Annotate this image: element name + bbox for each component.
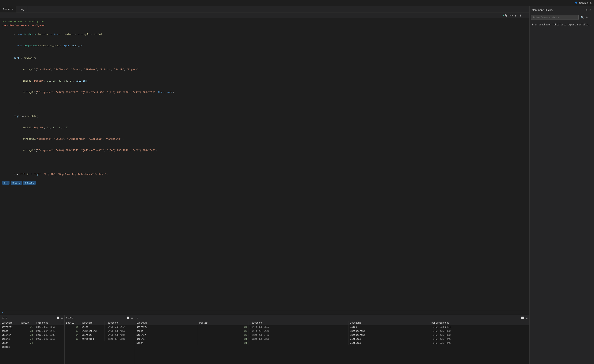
table-row[interactable]: Jones 33 (917) 234-2145 <box>0 329 64 333</box>
console-area: Console Log ◆ Python ▶ ⬇ ⋮ > # New Syste… <box>0 6 529 364</box>
code-imports2: from deephaven.conversion_utils import N… <box>2 40 527 52</box>
tab-log[interactable]: Log <box>17 6 27 13</box>
col-depttelephone-t[interactable]: DeptTelephone <box>430 321 529 325</box>
table-row[interactable]: Rogers <box>0 345 64 349</box>
table-t-scroll[interactable]: LastName DeptID Telephone DeptName DeptT… <box>135 321 529 364</box>
table-pane-t: t ⬜ ☰ LastName DeptID Telephone D <box>135 315 529 364</box>
var-btn-right[interactable]: right <box>23 181 36 185</box>
right-intcol: intCol("DeptID", 31, 33, 34, 35), <box>2 122 527 133</box>
col-lastname-t[interactable]: LastName <box>135 321 198 325</box>
output-line-comment: > # New System.out configured <box>2 20 527 24</box>
table-row[interactable]: Smith 34 <box>0 341 64 345</box>
console-toolbar: ◆ Python ▶ ⬇ ⋮ <box>0 13 529 18</box>
col-telephone-left[interactable]: Telephone ☰ <box>34 321 64 325</box>
col-telephone-right[interactable]: Telephone <box>105 321 135 325</box>
join-line: t = left.join(right, "DeptID", "DeptName… <box>2 169 527 180</box>
console-tabs: Console Log <box>0 6 529 13</box>
panel-copy-btn[interactable]: ⧉ <box>585 8 588 12</box>
output-line-error: - ▶ # New System.err configured <box>2 24 527 27</box>
table-row[interactable]: Rafferty 31 (347) 865-2567 Sales (646) 5… <box>135 325 529 329</box>
var-buttons: t left right <box>2 181 527 185</box>
table-right-icons: ⬜ ☰ <box>126 316 133 319</box>
code-imports: > from deephaven.TableTools import newTa… <box>2 29 527 40</box>
table-header-right: right ⬜ ☰ <box>65 315 135 321</box>
history-search-btn[interactable]: 🔍 <box>580 16 585 19</box>
controls-area: 👤 Controls ⚙ <box>575 1 592 5</box>
table-right: DeptID DeptName Telephone 31 Sales (646)… <box>65 321 135 341</box>
var-btn-left[interactable]: left <box>11 181 22 185</box>
table-row[interactable]: 33 Engineering (646) 435-4352 <box>65 329 135 333</box>
table-t-menu-icon[interactable]: ☰ <box>525 316 528 319</box>
right-panel: Command History ⧉ ✕ 🔍 ⧉ ⋮ from deephaven… <box>529 6 594 364</box>
col-telephone-t[interactable]: Telephone <box>249 321 349 325</box>
col-deptname-t[interactable]: DeptName <box>348 321 430 325</box>
main-layout: Console Log ◆ Python ▶ ⬇ ⋮ > # New Syste… <box>0 6 594 364</box>
right-panel-title: Command History <box>532 8 553 12</box>
col-deptid-right[interactable]: DeptID <box>65 321 80 325</box>
table-title-right: right <box>66 317 73 319</box>
right-close: ) <box>2 156 527 168</box>
table-t-collapse[interactable]: ⬜ <box>521 316 524 319</box>
table-row[interactable]: 34 Clerical (646) 235-4241 <box>65 333 135 337</box>
table-row[interactable]: Rafferty 31 (347) 865-2567 <box>0 325 64 329</box>
col-lastname-left[interactable]: LastName <box>0 321 19 325</box>
table-header-left: left ⬜ ☰ <box>0 315 64 321</box>
console-output: > # New System.out configured - ▶ # New … <box>0 18 529 310</box>
table-left-scroll[interactable]: LastName DeptID Telephone ☰ Rafferty 31 … <box>0 321 64 364</box>
top-bar: 👤 Controls ⚙ <box>0 0 594 6</box>
download-button[interactable]: ⬇ <box>519 14 523 18</box>
table-header-t: t ⬜ ☰ <box>135 315 529 321</box>
python-icon: ◆ <box>503 14 504 17</box>
table-row[interactable]: Smith 34 Clerical (646) 235-4241 <box>135 341 529 345</box>
col-deptname-right[interactable]: DeptName <box>80 321 105 325</box>
panel-close-btn[interactable]: ✕ <box>589 8 592 12</box>
controls-icon: 👤 <box>575 1 578 5</box>
table-right-scroll[interactable]: DeptID DeptName Telephone 31 Sales (646)… <box>65 321 135 364</box>
history-search-input[interactable] <box>531 15 579 20</box>
col-deptid-t[interactable]: DeptID <box>198 321 249 325</box>
history-copy-all-btn[interactable]: ⧉ <box>586 16 588 19</box>
console-input-row: > <box>0 310 529 315</box>
console-prompt: > <box>1 311 3 314</box>
table-row[interactable]: Robins 34 (952) 326-2355 <box>0 337 64 341</box>
run-button[interactable]: ▶ <box>514 14 518 18</box>
history-content: from deephaven.TableTools import newTabl… <box>530 21 594 364</box>
table-row[interactable]: Jones 33 (917) 234-2145 Engineering (646… <box>135 329 529 333</box>
var-btn-t[interactable]: t <box>2 181 9 185</box>
table-row[interactable]: Robins 34 (952) 326-2355 Clerical (646) … <box>135 337 529 341</box>
gear-icon[interactable]: ⚙ <box>590 1 592 5</box>
right-stringcol1: stringCol("DeptName", "Sales", "Engineer… <box>2 133 527 145</box>
bottom-panels: left ⬜ ☰ LastName DeptID Telephone ☰ <box>0 315 529 364</box>
history-search: 🔍 ⧉ ⋮ <box>530 14 594 21</box>
col-deptid-left[interactable]: DeptID <box>19 321 34 325</box>
table-left-collapse[interactable]: ⬜ <box>56 316 60 319</box>
tab-console[interactable]: Console <box>0 6 17 13</box>
controls-label[interactable]: Controls <box>579 1 588 4</box>
table-left-icons: ⬜ ☰ <box>56 316 63 319</box>
table-title-t: t <box>136 317 138 319</box>
right-panel-header: Command History ⧉ ✕ <box>530 6 594 14</box>
table-left: LastName DeptID Telephone ☰ Rafferty 31 … <box>0 321 64 349</box>
table-row[interactable]: 35 Marketing (212) 324-2345 <box>65 337 135 341</box>
history-item[interactable]: from deephaven.TableTools import newTabl… <box>532 23 592 27</box>
left-stringcol1: stringCol("LastName", "Rafferty", "Jones… <box>2 64 527 75</box>
table-pane-left: left ⬜ ☰ LastName DeptID Telephone ☰ <box>0 315 65 364</box>
history-more-btn[interactable]: ⋮ <box>589 16 593 19</box>
table-right-collapse[interactable]: ⬜ <box>126 316 130 319</box>
python-label: ◆ Python <box>503 14 513 17</box>
left-assign: left = newTable( <box>2 52 527 64</box>
table-row[interactable]: Steiner 33 (212) 239-5782 <box>0 333 64 337</box>
table-right-menu-icon[interactable]: ☰ <box>131 316 133 319</box>
table-left-menu-icon[interactable]: ☰ <box>61 316 63 319</box>
left-intcol: intCol("DeptID", 31, 33, 33, 34, 34, NUL… <box>2 75 527 87</box>
right-panel-icons: ⧉ ✕ <box>585 8 592 12</box>
table-row[interactable]: 31 Sales (646) 523-2154 <box>65 325 135 329</box>
right-assign: right = newTable( <box>2 111 527 122</box>
table-t: LastName DeptID Telephone DeptName DeptT… <box>135 321 529 345</box>
table-row[interactable]: Steiner 33 (212) 239-5782 Engineering (6… <box>135 333 529 337</box>
table-t-icons: ⬜ ☰ <box>521 316 528 319</box>
more-options-button[interactable]: ⋮ <box>524 14 528 18</box>
console-input[interactable] <box>4 311 528 314</box>
table-pane-right: right ⬜ ☰ DeptID DeptName Telephone <box>65 315 135 364</box>
left-close: ) <box>2 98 527 110</box>
